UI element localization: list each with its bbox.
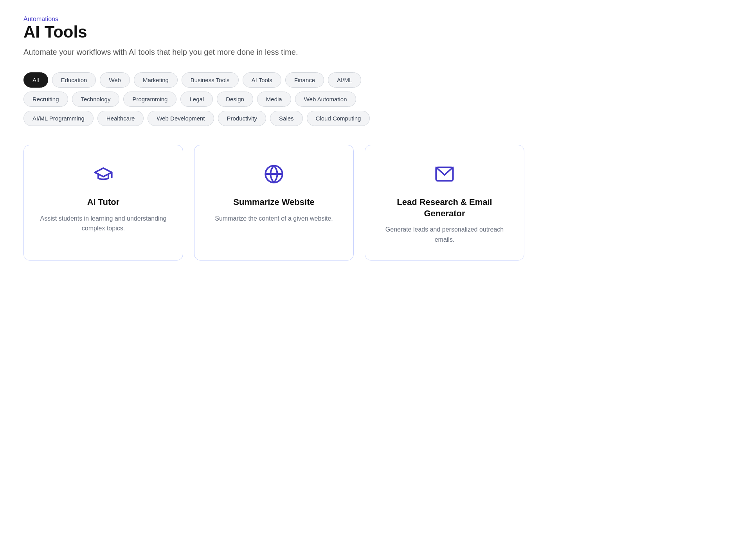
filter-chip-programming[interactable]: Programming: [123, 92, 176, 107]
filter-chip-productivity[interactable]: Productivity: [218, 111, 266, 126]
filter-chip-ai-tools[interactable]: AI Tools: [243, 72, 281, 88]
filter-chip-web-automation[interactable]: Web Automation: [295, 92, 356, 107]
filter-chip-business-tools[interactable]: Business Tools: [182, 72, 239, 88]
cards-grid: AI TutorAssist students in learning and …: [23, 145, 524, 261]
filter-chip-healthcare[interactable]: Healthcare: [97, 111, 144, 126]
page-subtitle: Automate your workflows with AI tools th…: [23, 48, 524, 57]
tool-card-2[interactable]: Lead Research & Email GeneratorGenerate …: [365, 145, 524, 261]
tool-card-0[interactable]: AI TutorAssist students in learning and …: [23, 145, 183, 261]
card-title-1: Summarize Website: [233, 197, 314, 208]
filter-chip-recruiting[interactable]: Recruiting: [23, 92, 68, 107]
filter-chip-all[interactable]: All: [23, 72, 48, 88]
filter-chip-education[interactable]: Education: [52, 72, 96, 88]
filter-chip-ai-ml-programming[interactable]: AI/ML Programming: [23, 111, 94, 126]
filter-chip-technology[interactable]: Technology: [72, 92, 120, 107]
tool-card-1[interactable]: Summarize WebsiteSummarize the content o…: [194, 145, 354, 261]
filter-row-2: AI/ML ProgrammingHealthcareWeb Developme…: [23, 111, 524, 126]
filter-chip-sales[interactable]: Sales: [270, 111, 303, 126]
envelope-icon: [434, 164, 455, 186]
filter-chip-ai-ml[interactable]: AI/ML: [328, 72, 361, 88]
filter-chip-legal[interactable]: Legal: [180, 92, 213, 107]
page-title: AI Tools: [23, 23, 524, 41]
filter-chip-marketing[interactable]: Marketing: [134, 72, 178, 88]
filter-section: AllEducationWebMarketingBusiness ToolsAI…: [23, 72, 524, 126]
filter-chip-web[interactable]: Web: [100, 72, 130, 88]
graduation-cap-icon: [93, 164, 113, 186]
filter-row-0: AllEducationWebMarketingBusiness ToolsAI…: [23, 72, 524, 88]
card-title-0: AI Tutor: [87, 197, 120, 208]
filter-chip-design[interactable]: Design: [217, 92, 253, 107]
card-description-2: Generate leads and personalized outreach…: [378, 225, 511, 244]
card-description-0: Assist students in learning and understa…: [36, 214, 170, 234]
breadcrumb[interactable]: Automations: [23, 16, 58, 22]
card-title-2: Lead Research & Email Generator: [378, 197, 511, 219]
filter-chip-cloud-computing[interactable]: Cloud Computing: [307, 111, 370, 126]
filter-chip-media[interactable]: Media: [257, 92, 291, 107]
globe-icon: [264, 164, 284, 186]
filter-chip-finance[interactable]: Finance: [285, 72, 324, 88]
filter-chip-web-development[interactable]: Web Development: [148, 111, 214, 126]
card-description-1: Summarize the content of a given website…: [215, 214, 333, 224]
filter-row-1: RecruitingTechnologyProgrammingLegalDesi…: [23, 92, 524, 107]
